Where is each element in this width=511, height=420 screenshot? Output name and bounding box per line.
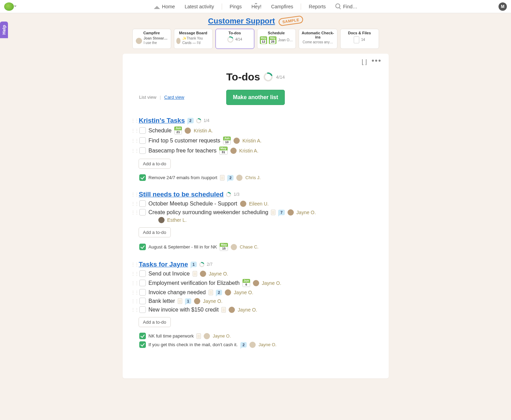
todo-text[interactable]: Remove 24/7 emails from /support <box>149 175 218 180</box>
tool-docs[interactable]: Docs & Files 14 <box>340 29 379 49</box>
document-icon[interactable] <box>196 333 201 339</box>
checkbox[interactable] <box>139 147 146 154</box>
assignee-name[interactable]: Jayne O. <box>262 280 281 286</box>
document-icon[interactable] <box>271 210 275 215</box>
assignee-name[interactable]: Chris J. <box>245 175 261 180</box>
assignee-name[interactable]: Jayne O. <box>209 271 228 277</box>
drag-handle-icon[interactable]: ⋮⋮ <box>131 281 136 286</box>
assignee-name[interactable]: Kristin A. <box>243 138 262 143</box>
nav-activity[interactable]: Latest activity <box>180 2 219 11</box>
assignee-name[interactable]: Kristin A. <box>239 148 258 154</box>
todo-text[interactable]: New invoice with $150 credit <box>149 307 219 313</box>
assignee-name[interactable]: Jayne O. <box>258 342 276 347</box>
checkbox[interactable] <box>139 280 146 286</box>
drag-handle-icon[interactable]: ⋮⋮ <box>131 192 136 197</box>
nav-home[interactable]: Home <box>149 2 180 11</box>
tool-schedule[interactable]: Schedule May12 May25 Joan O… <box>257 29 296 49</box>
assignee-name[interactable]: Jayne O. <box>203 298 222 304</box>
checkbox[interactable] <box>139 200 146 207</box>
tool-todos[interactable]: To-dos 4/14 <box>215 29 254 49</box>
todo-text[interactable]: Bank letter <box>149 298 175 304</box>
avatar[interactable]: M <box>499 2 507 11</box>
checkbox-checked[interactable] <box>139 341 146 348</box>
drag-handle-icon[interactable]: ⋮⋮ <box>131 271 136 276</box>
document-icon[interactable] <box>209 290 213 295</box>
make-list-button[interactable]: Make another list <box>226 90 285 105</box>
comment-count[interactable]: 1 <box>185 298 191 304</box>
todo-text[interactable]: Find top 5 customer requests <box>149 138 220 144</box>
tool-campfire[interactable]: Campfire Joan Stewar… I use the <box>132 29 171 49</box>
list-title[interactable]: Kristin's Tasks <box>139 117 185 124</box>
assignee-name[interactable]: Jayne O. <box>238 307 257 313</box>
comment-count[interactable]: 2 <box>240 342 247 348</box>
nav-find[interactable]: Find… <box>331 1 362 11</box>
checkbox[interactable] <box>139 289 146 296</box>
comment-count[interactable]: 1 <box>191 262 197 267</box>
add-todo-button[interactable]: Add a to-do <box>139 317 171 327</box>
todo-text[interactable]: Send out Invoice <box>149 271 190 277</box>
card-view-link[interactable]: Card view <box>164 95 184 100</box>
drag-handle-icon[interactable]: ⋮⋮ <box>131 138 136 143</box>
assignee-name[interactable]: Eileen U. <box>249 201 269 207</box>
document-icon[interactable] <box>221 307 226 313</box>
more-menu-icon[interactable]: ••• <box>371 59 381 65</box>
bookmark-icon[interactable] <box>362 59 367 65</box>
checkbox-checked[interactable] <box>139 333 146 339</box>
todo-text[interactable]: August & September - fill in for NK <box>149 244 217 250</box>
checkbox[interactable] <box>139 298 146 304</box>
checkbox[interactable] <box>139 306 146 313</box>
assignee-name[interactable]: Jayne O. <box>213 333 231 339</box>
todo-text[interactable]: NK full time paperwork <box>149 333 194 339</box>
assignee-name[interactable]: Jayne O. <box>297 210 316 215</box>
document-icon[interactable] <box>220 175 224 181</box>
drag-handle-icon[interactable]: ⋮⋮ <box>131 290 136 295</box>
todo-text[interactable]: Invoice change needed <box>149 289 206 296</box>
todo-text[interactable]: Create policy surrounding weekender sche… <box>149 209 268 216</box>
avatar-icon <box>176 38 181 44</box>
drag-handle-icon[interactable]: ⋮⋮ <box>131 262 136 267</box>
drag-handle-icon[interactable]: ⋮⋮ <box>131 118 136 123</box>
project-title[interactable]: Customer Support <box>208 17 275 26</box>
document-icon[interactable] <box>178 298 182 304</box>
nav-reports[interactable]: Reports <box>304 2 331 11</box>
checkbox[interactable] <box>139 209 146 216</box>
checkbox-checked[interactable] <box>139 244 146 250</box>
assignee-name[interactable]: Kristin A. <box>194 128 213 133</box>
todo-text[interactable]: October Meetup Schedule - Support <box>149 201 237 207</box>
document-icon[interactable] <box>193 271 197 277</box>
comment-count[interactable]: 2 <box>227 175 234 181</box>
list-view-link[interactable]: List view <box>139 95 157 100</box>
assignee-avatar <box>253 280 259 286</box>
add-todo-button[interactable]: Add a to-do <box>139 227 171 237</box>
drag-handle-icon[interactable]: ⋮⋮ <box>131 128 136 133</box>
comment-count[interactable]: 2 <box>216 290 222 295</box>
todo-text[interactable]: Basecamp free for teachers <box>149 148 217 154</box>
avatar-menu-chevron[interactable] <box>255 4 257 9</box>
checkbox[interactable] <box>139 127 146 134</box>
drag-handle-icon[interactable]: ⋮⋮ <box>131 307 136 312</box>
list-title[interactable]: Tasks for Jayne <box>139 261 188 268</box>
checkbox-checked[interactable] <box>139 174 146 181</box>
checkbox[interactable] <box>139 270 146 277</box>
checkbox[interactable] <box>139 137 146 144</box>
todo-text[interactable]: If you get this check in the mail, don't… <box>149 342 238 347</box>
drag-handle-icon[interactable]: ⋮⋮ <box>131 201 136 206</box>
tool-title: Schedule <box>259 31 293 35</box>
comment-count[interactable]: 2 <box>187 118 194 123</box>
assignee-name[interactable]: Chase C. <box>240 244 258 250</box>
todo-text[interactable]: Employment verification for Elizabeth <box>149 280 240 286</box>
nav-pings[interactable]: Pings <box>225 2 247 11</box>
comment-count[interactable]: 7 <box>278 210 284 215</box>
assignee-name[interactable]: Jayne O. <box>234 290 253 295</box>
nav-campfires[interactable]: Campfires <box>266 2 298 11</box>
list-title[interactable]: Still needs to be scheduled <box>139 191 224 198</box>
assignee-name[interactable]: Esther L. <box>167 217 187 223</box>
basecamp-logo[interactable] <box>4 2 14 11</box>
add-todo-button[interactable]: Add a to-do <box>139 159 171 169</box>
tool-message-board[interactable]: Message Board ✨Thank You Cards — I'd <box>174 29 213 49</box>
todo-text[interactable]: Schedule <box>149 128 172 134</box>
drag-handle-icon[interactable]: ⋮⋮ <box>131 148 136 153</box>
tool-checkins[interactable]: Automatic Check-ins Come across any… <box>299 29 337 49</box>
drag-handle-icon[interactable]: ⋮⋮ <box>131 299 136 304</box>
drag-handle-icon[interactable]: ⋮⋮ <box>131 210 136 215</box>
